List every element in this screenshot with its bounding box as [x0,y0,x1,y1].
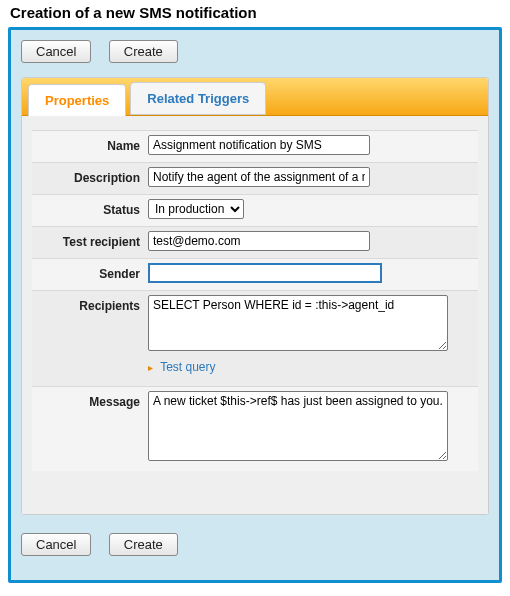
message-textarea[interactable] [148,391,448,461]
triangle-right-icon: ▸ [148,362,153,373]
test-recipient-input[interactable] [148,231,370,251]
main-panel: Cancel Create Properties Related Trigger… [8,27,502,583]
label-description: Description [36,167,148,185]
tabs-container: Properties Related Triggers Name Descrip… [21,77,489,515]
label-test-recipient: Test recipient [36,231,148,249]
test-query-link[interactable]: Test query [160,360,215,374]
name-input[interactable] [148,135,370,155]
tab-related-triggers[interactable]: Related Triggers [130,82,266,115]
cancel-button-bottom[interactable]: Cancel [21,533,91,556]
cancel-button[interactable]: Cancel [21,40,91,63]
tab-properties[interactable]: Properties [28,84,126,116]
sender-input[interactable] [148,263,382,283]
description-input[interactable] [148,167,370,187]
label-sender: Sender [36,263,148,281]
tab-bar: Properties Related Triggers [22,78,488,116]
label-name: Name [36,135,148,153]
create-button-bottom[interactable]: Create [109,533,178,556]
bottom-button-row: Cancel Create [21,533,192,556]
label-status: Status [36,199,148,217]
label-recipients: Recipients [36,295,148,313]
recipients-textarea[interactable] [148,295,448,351]
create-button[interactable]: Create [109,40,178,63]
top-button-row: Cancel Create [21,40,489,63]
test-query-row: ▸ Test query [148,360,474,374]
label-message: Message [36,391,148,409]
tab-body-properties: Name Description Status [22,116,488,514]
status-select[interactable]: In production [148,199,244,219]
page-title: Creation of a new SMS notification [10,4,502,21]
